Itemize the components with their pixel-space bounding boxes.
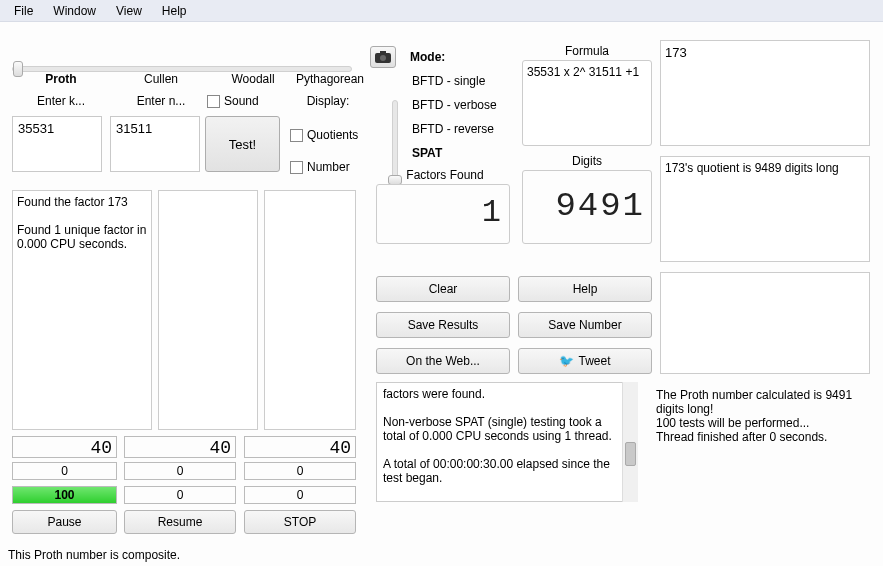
meter-b: 0 <box>124 462 236 480</box>
right-log: The Proth number calculated is 9491 digi… <box>650 384 875 502</box>
pause-button[interactable]: Pause <box>12 510 117 534</box>
digits-display: 9491 <box>523 171 651 241</box>
label-enter-n: Enter n... <box>122 94 200 108</box>
meter-a: 0 <box>12 462 117 480</box>
menubar: File Window View Help <box>0 0 883 22</box>
mode-reverse[interactable]: BFTD - reverse <box>412 122 494 136</box>
svg-point-2 <box>380 55 386 61</box>
input-k[interactable]: 35531 <box>12 116 102 172</box>
progress-a: 100 <box>12 486 117 504</box>
header-pythagorean: Pythagorean <box>290 72 370 86</box>
log-found-factors: Found the factor 173 Found 1 unique fact… <box>12 190 152 430</box>
help-button[interactable]: Help <box>518 276 652 302</box>
label-display: Display: <box>298 94 358 108</box>
menu-view[interactable]: View <box>106 2 152 20</box>
right-empty-box <box>660 272 870 374</box>
formula-box: 35531 x 2^ 31511 +1 <box>522 60 652 146</box>
mode-verbose[interactable]: BFTD - verbose <box>412 98 497 112</box>
quotient-box: 173's quotient is 9489 digits long <box>660 156 870 262</box>
center-log[interactable]: factors were found. Non-verbose SPAT (si… <box>376 382 638 502</box>
label-formula: Formula <box>522 44 652 58</box>
status-bar: This Proth number is composite. <box>0 546 883 566</box>
seg-c: 40 <box>244 436 356 458</box>
header-proth: Proth <box>22 72 100 86</box>
camera-icon[interactable] <box>370 46 396 68</box>
seg-a: 40 <box>12 436 117 458</box>
center-log-scrollbar[interactable] <box>622 382 638 502</box>
stop-button[interactable]: STOP <box>244 510 356 534</box>
resume-button[interactable]: Resume <box>124 510 236 534</box>
checkbox-number[interactable]: Number <box>290 160 350 174</box>
label-enter-k: Enter k... <box>22 94 100 108</box>
label-mode: Mode: <box>410 50 470 64</box>
test-button[interactable]: Test! <box>205 116 280 172</box>
header-woodall: Woodall <box>214 72 292 86</box>
mode-spat[interactable]: SPAT <box>412 146 442 160</box>
label-digits: Digits <box>522 154 652 168</box>
save-results-button[interactable]: Save Results <box>376 312 510 338</box>
menu-window[interactable]: Window <box>43 2 106 20</box>
factors-display: 1 <box>377 185 509 241</box>
mode-single[interactable]: BFTD - single <box>412 74 485 88</box>
clear-button[interactable]: Clear <box>376 276 510 302</box>
header-cullen: Cullen <box>122 72 200 86</box>
save-number-button[interactable]: Save Number <box>518 312 652 338</box>
menu-file[interactable]: File <box>4 2 43 20</box>
progress-c: 0 <box>244 486 356 504</box>
log-panel-b <box>158 190 258 430</box>
svg-rect-1 <box>380 51 386 54</box>
meter-c: 0 <box>244 462 356 480</box>
label-factors-found: Factors Found <box>380 168 510 182</box>
checkbox-quotients[interactable]: Quotients <box>290 128 358 142</box>
factor-value-box: 173 <box>660 40 870 146</box>
seg-b: 40 <box>124 436 236 458</box>
menu-help[interactable]: Help <box>152 2 197 20</box>
log-panel-c <box>264 190 356 430</box>
progress-b: 0 <box>124 486 236 504</box>
checkbox-sound[interactable]: Sound <box>207 94 259 108</box>
on-web-button[interactable]: On the Web... <box>376 348 510 374</box>
input-n[interactable]: 31511 <box>110 116 200 172</box>
tweet-button[interactable]: 🐦 Tweet <box>518 348 652 374</box>
twitter-icon: 🐦 <box>559 354 574 368</box>
